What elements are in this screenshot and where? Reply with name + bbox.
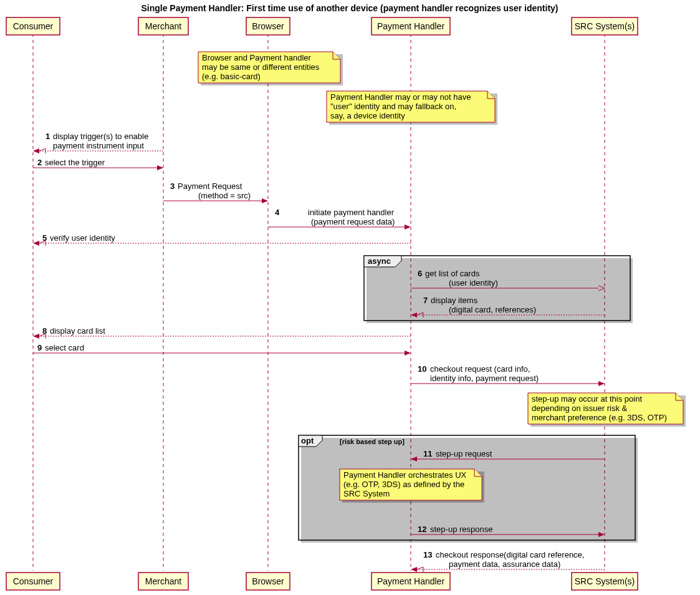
svg-text:Payment Handler may or may not: Payment Handler may or may not have	[330, 92, 471, 102]
msg-5: 5 verify user identity	[33, 233, 411, 246]
participant-merchant-top: Merchant	[138, 17, 188, 35]
msg-9: 9 select card	[33, 343, 411, 356]
svg-text:Merchant: Merchant	[145, 576, 181, 586]
svg-text:2: 2	[37, 158, 42, 167]
svg-text:"user" identity and may fallba: "user" identity and may fallback on,	[330, 102, 456, 111]
svg-text:async: async	[368, 256, 391, 266]
svg-text:display card list: display card list	[50, 326, 105, 336]
svg-text:checkout response(digital card: checkout response(digital card reference…	[436, 550, 584, 559]
note-browser-ph-entities: Browser and Payment handler may be same …	[198, 52, 343, 85]
svg-text:Payment Handler: Payment Handler	[377, 576, 445, 586]
msg-3: 3 Payment Request (method = src)	[163, 181, 268, 203]
svg-text:SRC System(s): SRC System(s)	[575, 576, 635, 586]
participant-merchant-bottom: Merchant	[138, 573, 188, 590]
svg-text:payment instrument input: payment instrument input	[53, 141, 144, 150]
svg-text:say, a device identity: say, a device identity	[330, 111, 405, 120]
svg-text:opt: opt	[301, 436, 314, 445]
msg-8: 8 display card list	[33, 326, 411, 339]
sequence-diagram: Single Payment Handler: First time use o…	[0, 0, 700, 595]
svg-text:(method = src): (method = src)	[198, 191, 251, 200]
svg-text:12: 12	[418, 525, 426, 534]
svg-marker-26	[157, 165, 163, 170]
svg-text:merchant preference (e.g. 3DS,: merchant preference (e.g. 3DS, OTP)	[532, 413, 667, 422]
participant-ph-top: Payment Handler	[372, 17, 450, 35]
svg-text:identity info, payment request: identity info, payment request)	[430, 374, 539, 383]
svg-text:verify user identity: verify user identity	[50, 233, 115, 243]
svg-text:Browser: Browser	[252, 576, 284, 586]
svg-marker-40	[33, 241, 39, 246]
svg-text:depending on issuer risk &: depending on issuer risk &	[532, 404, 628, 413]
svg-text:(e.g. OTP, 3DS) as defined by : (e.g. OTP, 3DS) as defined by the	[343, 480, 464, 489]
diagram-title: Single Payment Handler: First time use o…	[141, 3, 558, 13]
participant-browser-top: Browser	[246, 17, 290, 35]
msg-10: 10 checkout request (card info, identity…	[411, 364, 605, 386]
svg-text:Payment Request: Payment Request	[178, 181, 242, 191]
note-ph-orchestrates: Payment Handler orchestrates UX (e.g. OT…	[340, 469, 484, 503]
svg-text:step-up response: step-up response	[430, 525, 492, 534]
svg-marker-22	[33, 148, 39, 153]
svg-marker-56	[33, 334, 39, 339]
participant-src-bottom: SRC System(s)	[572, 573, 638, 590]
msg-1: 1 display trigger(s) to enable payment i…	[33, 132, 163, 153]
participant-consumer-top: Consumer	[6, 17, 60, 35]
svg-text:SRC System: SRC System	[343, 489, 390, 498]
svg-text:Browser: Browser	[252, 21, 284, 31]
svg-text:(digital card, references): (digital card, references)	[449, 305, 536, 314]
svg-text:step-up request: step-up request	[436, 449, 492, 458]
msg-2: 2 select the trigger	[33, 158, 163, 170]
svg-text:6: 6	[418, 269, 422, 278]
svg-marker-60	[405, 351, 411, 356]
participant-src-top: SRC System(s)	[572, 17, 638, 35]
participant-consumer-bottom: Consumer	[6, 573, 60, 590]
svg-text:display items: display items	[431, 296, 478, 305]
svg-text:9: 9	[37, 343, 42, 352]
participant-browser-bottom: Browser	[246, 573, 290, 590]
svg-text:11: 11	[423, 449, 432, 458]
svg-text:Payment Handler: Payment Handler	[377, 21, 445, 31]
svg-text:(e.g. basic-card): (e.g. basic-card)	[202, 72, 261, 81]
participant-ph-bottom: Payment Handler	[372, 573, 450, 590]
svg-text:step-up may occur at this poin: step-up may occur at this point	[532, 394, 642, 404]
svg-text:1: 1	[46, 132, 50, 141]
svg-text:Merchant: Merchant	[145, 21, 181, 31]
svg-marker-90	[411, 567, 417, 572]
svg-marker-36	[405, 225, 411, 230]
msg-4: 4 initiate payment handler (payment requ…	[268, 208, 411, 230]
note-stepup-may-occur: step-up may occur at this point dependin…	[528, 393, 686, 427]
svg-text:checkout request (card info,: checkout request (card info,	[430, 364, 530, 374]
svg-text:4: 4	[275, 208, 280, 217]
svg-marker-65	[598, 381, 605, 386]
svg-text:initiate payment handler: initiate payment handler	[308, 208, 395, 217]
svg-text:payment data, assurance data): payment data, assurance data)	[449, 559, 560, 569]
svg-text:Payment Handler orchestrates U: Payment Handler orchestrates UX	[343, 470, 467, 480]
svg-text:(user identity): (user identity)	[449, 278, 498, 288]
svg-marker-31	[262, 198, 268, 203]
svg-text:13: 13	[423, 550, 432, 559]
svg-text:may be same or different entit: may be same or different entities	[202, 62, 320, 72]
svg-text:Consumer: Consumer	[13, 21, 54, 31]
svg-text:3: 3	[170, 181, 175, 191]
svg-text:10: 10	[418, 364, 426, 374]
note-ph-user-identity: Payment Handler may or may not have "use…	[327, 91, 497, 125]
svg-text:7: 7	[423, 296, 428, 305]
svg-text:Browser and Payment handler: Browser and Payment handler	[202, 53, 312, 62]
svg-text:display trigger(s) to enable: display trigger(s) to enable	[53, 132, 148, 141]
svg-text:select card: select card	[45, 343, 84, 352]
msg-13: 13 checkout response(digital card refere…	[411, 550, 605, 572]
svg-text:get list of cards: get list of cards	[425, 269, 480, 278]
svg-text:[risk based step up]: [risk based step up]	[340, 438, 405, 445]
svg-text:Consumer: Consumer	[13, 576, 54, 586]
svg-text:(payment request data): (payment request data)	[311, 217, 395, 226]
svg-text:SRC System(s): SRC System(s)	[575, 21, 635, 31]
svg-text:select the trigger: select the trigger	[45, 158, 105, 167]
